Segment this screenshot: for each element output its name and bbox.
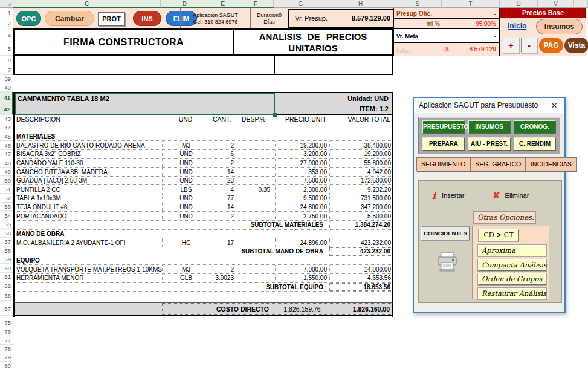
insumos-button[interactable]: INSUMOS [468, 120, 511, 134]
subtotal-value[interactable]: 423.232.00 [329, 247, 392, 256]
desc-cell[interactable]: BALASTRO DE RIO CANTO RODADO-ARENA [15, 141, 162, 149]
desc-cell[interactable]: GANCHO P/TEJA ASB. MADERA [15, 168, 162, 176]
row-header-51[interactable]: 51 [0, 185, 13, 194]
desp-cell[interactable] [239, 150, 275, 158]
item-unidad-cell[interactable]: Unidad: UND [347, 95, 389, 102]
precio-cell[interactable]: 7.500.00 [275, 177, 329, 185]
cd-ct-button[interactable]: CD > CT [479, 229, 519, 241]
desp-cell[interactable] [239, 212, 275, 220]
row-header-42[interactable]: 42 [0, 103, 13, 115]
precio-cell[interactable]: 24.800.00 [275, 203, 329, 212]
prot-button[interactable]: PROT [98, 12, 125, 26]
total-cell[interactable]: 55.800.00 [329, 159, 392, 168]
cant-cell[interactable]: 2 [210, 212, 239, 220]
total-cell[interactable]: 5.500.00 [329, 212, 392, 220]
row-header-54[interactable]: 54 [0, 211, 13, 220]
compacta-an-lisis-button[interactable]: Compacta Análisis [478, 259, 546, 271]
restaurar-an-lisis-button[interactable]: Restaurar Análisis [478, 288, 546, 299]
cant-cell[interactable]: 2 [210, 141, 239, 149]
incidencias-button[interactable]: INCIDENCIAS [526, 157, 577, 171]
und-cell[interactable]: M3 [162, 265, 210, 273]
row-header-39[interactable]: 39 [0, 75, 13, 83]
section-header-cell[interactable]: MATERIALES [15, 132, 162, 141]
row-header-55[interactable]: 55 [0, 220, 13, 229]
desp-cell[interactable] [239, 194, 275, 203]
row-header-57[interactable]: 57 [0, 238, 13, 246]
row-header-45[interactable]: 45 [0, 132, 13, 141]
column-header-E[interactable]: E [208, 0, 237, 8]
row-header-50[interactable]: 50 [0, 176, 13, 185]
cant-cell[interactable]: 2 [210, 265, 239, 273]
row-header-40[interactable]: 40 [0, 83, 13, 92]
cant-cell[interactable]: 77 [210, 194, 239, 203]
total-cell[interactable]: 4.942.00 [329, 168, 392, 176]
und-cell[interactable]: UND [162, 212, 210, 220]
mi-pct-value[interactable]: 95.00% [442, 19, 499, 29]
desc-cell[interactable]: PUNTILLA 2 CC [15, 185, 162, 194]
plus-button[interactable]: + [503, 38, 519, 53]
total-cell[interactable]: 347.200.00 [329, 203, 392, 212]
aiu-prest--button[interactable]: AIU - PREST. [468, 137, 511, 151]
desp-cell[interactable] [239, 274, 275, 282]
column-header-G[interactable]: G [274, 0, 328, 8]
row-header-60[interactable]: 60 [0, 264, 13, 273]
column-header-S[interactable]: S [393, 0, 442, 8]
total-cell[interactable]: 19.200.00 [329, 150, 392, 158]
row-header-4[interactable]: 4 [0, 28, 13, 42]
ins-button[interactable]: INS [133, 11, 161, 26]
desc-cell[interactable]: PORTACANDADO [15, 212, 162, 220]
subtotal-value[interactable]: 1.384.274.20 [329, 221, 392, 229]
row-header-67[interactable]: 67 [0, 302, 13, 316]
desp-cell[interactable] [239, 168, 275, 176]
desc-cell[interactable]: BISAGRA 3x2" COBRIZ [15, 150, 162, 158]
total-cell[interactable]: 731.500.00 [329, 194, 392, 203]
column-header-C[interactable]: C [13, 0, 161, 8]
column-header-D[interactable]: D [161, 0, 208, 8]
aproxima-button[interactable]: Aproxima [478, 245, 546, 256]
row-header-2[interactable]: 2 [0, 18, 13, 28]
column-header-V[interactable]: V [538, 0, 574, 8]
row-header-80[interactable]: 80 [0, 362, 13, 370]
desp-cell[interactable]: 0.35 [239, 185, 275, 194]
column-header-H[interactable]: H [328, 0, 393, 8]
total-cell[interactable]: 172.500.00 [329, 177, 392, 185]
seg-grafico-button[interactable]: SEG. GRAFICO [470, 157, 526, 171]
inicio-link[interactable]: Inicio [508, 22, 526, 30]
und-cell[interactable]: HC [162, 238, 210, 247]
row-header-41[interactable]: 41 [0, 92, 13, 103]
row-header-58[interactable]: 58 [0, 246, 13, 255]
und-cell[interactable]: GLB [162, 274, 210, 282]
row-header-46[interactable]: 46 [0, 141, 13, 150]
sheet-select-all-corner[interactable] [0, 0, 13, 8]
opc-button[interactable]: OPC [16, 11, 41, 26]
c-rendim-button[interactable]: C. RENDIM [514, 137, 556, 151]
section-header-cell[interactable]: MANO DE OBRA [15, 230, 162, 238]
cant-cell[interactable]: 23 [210, 177, 239, 185]
desc-cell[interactable]: TABLA 1x10x3M [15, 194, 162, 203]
item-number-cell[interactable]: ITEM: 1.2 [360, 105, 389, 113]
cant-cell[interactable]: 14 [210, 203, 239, 212]
cant-cell[interactable]: 4 [210, 185, 239, 194]
precio-cell[interactable]: 2.300.00 [275, 185, 329, 194]
row-header-77[interactable]: 77 [0, 336, 13, 345]
row-header-78[interactable]: 78 [0, 345, 13, 353]
presupuesto-button[interactable]: PRESUPUESTO [422, 120, 465, 134]
row-header-7[interactable]: 7 [0, 65, 13, 75]
cambiar-button[interactable]: Cambiar [45, 11, 94, 26]
desc-cell[interactable]: VOLQUETA TRANSPORTE MAT.PETREOS 1-10KMS [15, 265, 162, 273]
desp-cell[interactable] [239, 203, 275, 212]
cronog--button[interactable]: CRONOG. [514, 120, 556, 134]
column-header-F[interactable]: F [237, 0, 274, 8]
item-name-cell[interactable]: CAMPAMENTO TABLA 18 M2 [18, 95, 109, 102]
row-header-6[interactable]: 6 [0, 56, 13, 65]
presup-ofic-value[interactable]: - [442, 8, 499, 18]
total-cell[interactable]: 38.400.00 [329, 141, 392, 149]
precio-cell[interactable]: 9.500.00 [275, 194, 329, 203]
row-header-56[interactable]: 56 [0, 229, 13, 238]
insumos-button[interactable]: Insumos [536, 19, 583, 34]
eliminar-button[interactable]: ✘ Eliminar [493, 189, 529, 201]
section-header-cell[interactable]: EQUIPO [15, 256, 162, 265]
row-header-47[interactable]: 47 [0, 150, 13, 158]
row-header-79[interactable]: 79 [0, 353, 13, 362]
desc-cell[interactable]: GUADUA [TACO] 2.50-3M [15, 177, 162, 185]
